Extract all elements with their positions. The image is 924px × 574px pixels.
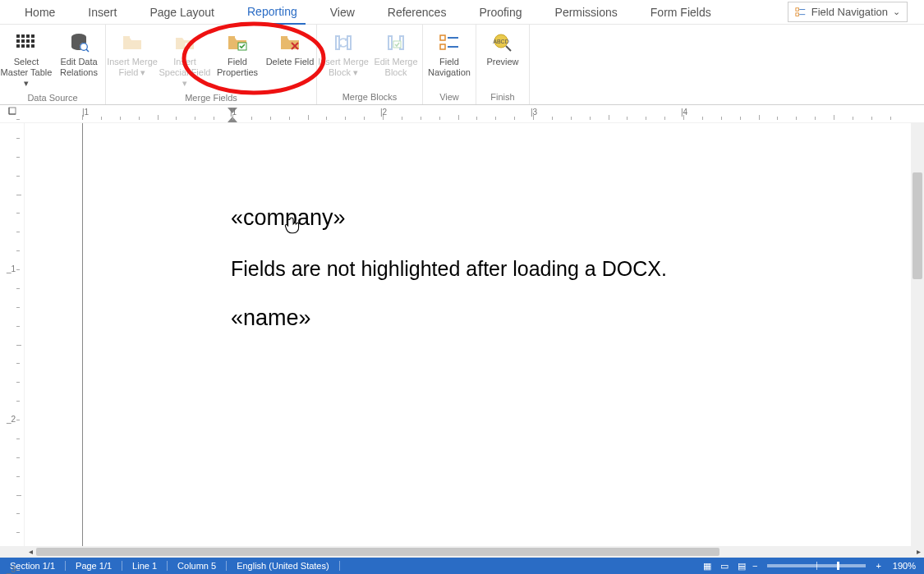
field-properties-label: Field Properties [211,57,264,78]
field-navigation-dropdown[interactable]: Field Navigation ⌄ [788,2,908,22]
tab-view[interactable]: View [322,1,363,24]
chevron-down-icon: ⌄ [893,7,900,17]
hscroll-left-button[interactable]: ◂ [25,546,36,558]
horizontal-ruler[interactable]: |1|1|2|3|4 [0,105,924,123]
svg-rect-3 [21,34,25,38]
field-navigation-icon [795,7,807,18]
field-properties-button[interactable]: Field Properties [211,28,264,91]
folder-icon [121,31,144,54]
page-viewport[interactable]: «company» Fields are not highlighted aft… [25,123,924,546]
field-navigation-button-label: Field Navigation [423,57,476,78]
tab-home[interactable]: Home [16,1,63,24]
svg-rect-19 [228,36,235,39]
tab-references[interactable]: References [379,1,455,24]
zoom-percent[interactable]: 190% [885,561,924,571]
insert-special-field-label: Insert Special Field ▾ [159,57,211,90]
group-label-data-source: Data Source [0,91,105,105]
svg-rect-13 [31,44,34,48]
preview-icon: ABCD [491,31,514,54]
horizontal-scrollbar[interactable]: ◂ ▸ [0,546,924,558]
tab-proofing[interactable]: Proofing [471,1,530,24]
view-web-icon[interactable]: ▭ [717,561,732,571]
svg-rect-10 [16,44,20,48]
block-check-icon [384,31,407,54]
zoom-in-button[interactable]: + [872,561,884,571]
status-column[interactable]: Column 5 [168,561,227,571]
status-language[interactable]: English (United States) [227,561,340,571]
merge-field-name[interactable]: «name» [231,305,667,331]
tab-form-fields[interactable]: Form Fields [642,1,719,24]
svg-rect-21 [281,36,287,39]
status-bar: Section 1/1 Page 1/1 Line 1 Column 5 Eng… [0,558,924,574]
group-merge-blocks: Insert Merge Block ▾ Edit Merge Block Me… [317,25,423,104]
preview-label: Preview [486,57,518,67]
svg-rect-1 [796,12,799,16]
database-icon [67,31,90,54]
grid-icon [15,31,38,54]
view-read-icon[interactable]: ▤ [734,561,749,571]
svg-rect-18 [185,43,191,48]
vertical-scrollbar[interactable] [911,123,924,546]
view-print-icon[interactable]: ▦ [700,561,715,571]
group-label-merge-blocks: Merge Blocks [317,90,422,104]
svg-rect-24 [440,44,445,49]
field-navigation-icon [438,31,461,54]
folder-check-icon [226,31,249,54]
tab-insert[interactable]: Insert [80,1,125,24]
folder-delete-icon [278,31,301,54]
tab-page-layout[interactable]: Page Layout [141,1,223,24]
insert-merge-field-button: Insert Merge Field ▾ [106,28,159,91]
hscroll-right-button[interactable]: ▸ [913,546,924,558]
svg-rect-22 [393,41,401,48]
insert-merge-block-label: Insert Merge Block ▾ [317,57,370,78]
zoom-slider[interactable] [767,564,866,567]
svg-rect-2 [16,34,20,38]
select-master-table-button[interactable]: Select Master Table ▾ [0,28,53,91]
insert-special-field-button: Insert Special Field ▾ [159,28,211,91]
delete-field-label: Delete Field [266,57,315,67]
delete-field-button[interactable]: Delete Field [264,28,316,91]
insert-merge-block-button: Insert Merge Block ▾ [317,28,370,90]
menu-tabs: Home Insert Page Layout Reporting View R… [0,0,924,25]
svg-rect-11 [21,44,25,48]
group-label-view: View [423,90,476,104]
svg-rect-6 [16,39,20,43]
svg-text:ABCD: ABCD [493,39,508,44]
zoom-out-button[interactable]: − [749,561,761,571]
view-mode-icons[interactable]: ▦ ▭ ▤ [700,561,749,572]
zoom-slider-thumb[interactable] [837,562,839,570]
edit-data-relations-button[interactable]: Edit Data Relations [53,28,105,91]
field-navigation-button[interactable]: Field Navigation [423,28,476,90]
hscroll-thumb[interactable] [36,548,719,556]
svg-rect-8 [26,39,30,43]
group-finish: ABCD Preview Finish [476,25,530,104]
insert-merge-field-label: Insert Merge Field ▾ [106,57,159,78]
svg-rect-4 [26,34,30,38]
hscroll-track[interactable] [36,546,913,558]
svg-rect-23 [440,35,445,40]
svg-rect-9 [31,39,34,43]
svg-rect-12 [26,44,30,48]
select-master-table-label: Select Master Table ▾ [0,57,53,90]
tab-reporting[interactable]: Reporting [239,0,306,25]
group-data-source: Select Master Table ▾ Edit Data Relation… [0,25,106,104]
workspace: _1_2_3 «company» Fields are not highligh… [0,123,924,546]
vertical-scrollbar-thumb[interactable] [913,172,922,279]
group-merge-fields: Insert Merge Field ▾ Insert Special Fiel… [106,25,317,104]
svg-rect-7 [21,39,25,43]
group-label-finish: Finish [476,90,529,104]
preview-button[interactable]: ABCD Preview [476,28,529,90]
edit-merge-block-label: Edit Merge Block [370,57,422,78]
vertical-ruler[interactable]: _1_2_3 [0,123,25,546]
tab-permissions[interactable]: Permissions [547,1,626,24]
group-label-merge-fields: Merge Fields [106,91,316,105]
merge-field-company[interactable]: «company» [231,205,667,231]
body-text[interactable]: Fields are not highlighted after loading… [231,257,667,281]
svg-rect-27 [9,108,16,114]
svg-rect-0 [796,7,799,11]
status-line[interactable]: Line 1 [122,561,168,571]
status-page[interactable]: Page 1/1 [66,561,122,571]
document-content[interactable]: «company» Fields are not highlighted aft… [231,205,667,331]
folder-special-icon [173,31,196,54]
page[interactable]: «company» Fields are not highlighted aft… [82,123,895,546]
